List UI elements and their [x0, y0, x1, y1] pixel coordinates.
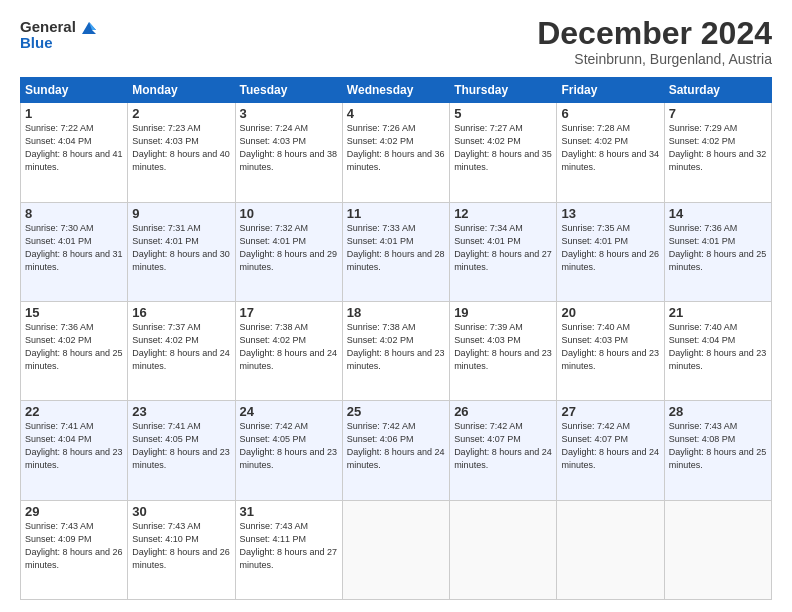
calendar-cell: 20Sunrise: 7:40 AMSunset: 4:03 PMDayligh… [557, 301, 664, 400]
calendar-cell: 4Sunrise: 7:26 AMSunset: 4:02 PMDaylight… [342, 103, 449, 202]
cell-day-number: 12 [454, 206, 552, 221]
calendar-cell: 25Sunrise: 7:42 AMSunset: 4:06 PMDayligh… [342, 401, 449, 500]
calendar-cell: 15Sunrise: 7:36 AMSunset: 4:02 PMDayligh… [21, 301, 128, 400]
cell-info: Sunrise: 7:24 AMSunset: 4:03 PMDaylight:… [240, 122, 338, 174]
cell-info: Sunrise: 7:36 AMSunset: 4:01 PMDaylight:… [669, 222, 767, 274]
cell-day-number: 15 [25, 305, 123, 320]
calendar-cell: 3Sunrise: 7:24 AMSunset: 4:03 PMDaylight… [235, 103, 342, 202]
logo-icon [78, 16, 100, 38]
calendar-cell: 29Sunrise: 7:43 AMSunset: 4:09 PMDayligh… [21, 500, 128, 599]
cell-day-number: 9 [132, 206, 230, 221]
logo-blue: Blue [20, 34, 53, 52]
calendar-cell: 17Sunrise: 7:38 AMSunset: 4:02 PMDayligh… [235, 301, 342, 400]
cell-info: Sunrise: 7:39 AMSunset: 4:03 PMDaylight:… [454, 321, 552, 373]
cell-info: Sunrise: 7:29 AMSunset: 4:02 PMDaylight:… [669, 122, 767, 174]
cell-info: Sunrise: 7:28 AMSunset: 4:02 PMDaylight:… [561, 122, 659, 174]
page: General Blue December 2024 Steinbrunn, B… [0, 0, 792, 612]
col-header-wednesday: Wednesday [342, 78, 449, 103]
col-header-thursday: Thursday [450, 78, 557, 103]
col-header-friday: Friday [557, 78, 664, 103]
calendar-cell: 21Sunrise: 7:40 AMSunset: 4:04 PMDayligh… [664, 301, 771, 400]
calendar-cell [664, 500, 771, 599]
cell-info: Sunrise: 7:43 AMSunset: 4:10 PMDaylight:… [132, 520, 230, 572]
cell-info: Sunrise: 7:27 AMSunset: 4:02 PMDaylight:… [454, 122, 552, 174]
cell-info: Sunrise: 7:40 AMSunset: 4:03 PMDaylight:… [561, 321, 659, 373]
cell-day-number: 21 [669, 305, 767, 320]
cell-info: Sunrise: 7:38 AMSunset: 4:02 PMDaylight:… [240, 321, 338, 373]
calendar-cell: 28Sunrise: 7:43 AMSunset: 4:08 PMDayligh… [664, 401, 771, 500]
calendar-cell: 19Sunrise: 7:39 AMSunset: 4:03 PMDayligh… [450, 301, 557, 400]
col-header-monday: Monday [128, 78, 235, 103]
cell-day-number: 27 [561, 404, 659, 419]
cell-day-number: 3 [240, 106, 338, 121]
cell-info: Sunrise: 7:34 AMSunset: 4:01 PMDaylight:… [454, 222, 552, 274]
calendar-cell: 10Sunrise: 7:32 AMSunset: 4:01 PMDayligh… [235, 202, 342, 301]
calendar-cell: 18Sunrise: 7:38 AMSunset: 4:02 PMDayligh… [342, 301, 449, 400]
logo: General Blue [20, 16, 100, 52]
cell-info: Sunrise: 7:22 AMSunset: 4:04 PMDaylight:… [25, 122, 123, 174]
cell-day-number: 4 [347, 106, 445, 121]
col-header-tuesday: Tuesday [235, 78, 342, 103]
title-block: December 2024 Steinbrunn, Burgenland, Au… [537, 16, 772, 67]
cell-day-number: 26 [454, 404, 552, 419]
cell-info: Sunrise: 7:26 AMSunset: 4:02 PMDaylight:… [347, 122, 445, 174]
cell-info: Sunrise: 7:37 AMSunset: 4:02 PMDaylight:… [132, 321, 230, 373]
cell-info: Sunrise: 7:43 AMSunset: 4:11 PMDaylight:… [240, 520, 338, 572]
cell-day-number: 8 [25, 206, 123, 221]
cell-day-number: 14 [669, 206, 767, 221]
calendar-cell [557, 500, 664, 599]
cell-day-number: 19 [454, 305, 552, 320]
cell-day-number: 17 [240, 305, 338, 320]
cell-day-number: 20 [561, 305, 659, 320]
calendar-cell: 27Sunrise: 7:42 AMSunset: 4:07 PMDayligh… [557, 401, 664, 500]
cell-day-number: 18 [347, 305, 445, 320]
calendar-cell: 30Sunrise: 7:43 AMSunset: 4:10 PMDayligh… [128, 500, 235, 599]
calendar-cell: 5Sunrise: 7:27 AMSunset: 4:02 PMDaylight… [450, 103, 557, 202]
cell-day-number: 13 [561, 206, 659, 221]
cell-day-number: 16 [132, 305, 230, 320]
calendar-cell: 24Sunrise: 7:42 AMSunset: 4:05 PMDayligh… [235, 401, 342, 500]
week-row-3: 15Sunrise: 7:36 AMSunset: 4:02 PMDayligh… [21, 301, 772, 400]
cell-info: Sunrise: 7:36 AMSunset: 4:02 PMDaylight:… [25, 321, 123, 373]
cell-info: Sunrise: 7:42 AMSunset: 4:07 PMDaylight:… [561, 420, 659, 472]
location-subtitle: Steinbrunn, Burgenland, Austria [537, 51, 772, 67]
calendar-cell: 22Sunrise: 7:41 AMSunset: 4:04 PMDayligh… [21, 401, 128, 500]
cell-info: Sunrise: 7:42 AMSunset: 4:06 PMDaylight:… [347, 420, 445, 472]
calendar-cell [342, 500, 449, 599]
calendar: SundayMondayTuesdayWednesdayThursdayFrid… [20, 77, 772, 600]
header: General Blue December 2024 Steinbrunn, B… [20, 16, 772, 67]
cell-day-number: 5 [454, 106, 552, 121]
cell-day-number: 24 [240, 404, 338, 419]
calendar-cell: 23Sunrise: 7:41 AMSunset: 4:05 PMDayligh… [128, 401, 235, 500]
cell-day-number: 25 [347, 404, 445, 419]
cell-day-number: 31 [240, 504, 338, 519]
calendar-cell: 14Sunrise: 7:36 AMSunset: 4:01 PMDayligh… [664, 202, 771, 301]
calendar-cell: 31Sunrise: 7:43 AMSunset: 4:11 PMDayligh… [235, 500, 342, 599]
cell-day-number: 10 [240, 206, 338, 221]
cell-day-number: 22 [25, 404, 123, 419]
cell-info: Sunrise: 7:41 AMSunset: 4:05 PMDaylight:… [132, 420, 230, 472]
cell-day-number: 6 [561, 106, 659, 121]
cell-info: Sunrise: 7:41 AMSunset: 4:04 PMDaylight:… [25, 420, 123, 472]
calendar-cell: 16Sunrise: 7:37 AMSunset: 4:02 PMDayligh… [128, 301, 235, 400]
week-row-5: 29Sunrise: 7:43 AMSunset: 4:09 PMDayligh… [21, 500, 772, 599]
cell-day-number: 29 [25, 504, 123, 519]
cell-day-number: 2 [132, 106, 230, 121]
cell-info: Sunrise: 7:42 AMSunset: 4:05 PMDaylight:… [240, 420, 338, 472]
calendar-cell [450, 500, 557, 599]
cell-day-number: 7 [669, 106, 767, 121]
cell-day-number: 28 [669, 404, 767, 419]
cell-info: Sunrise: 7:43 AMSunset: 4:08 PMDaylight:… [669, 420, 767, 472]
cell-info: Sunrise: 7:35 AMSunset: 4:01 PMDaylight:… [561, 222, 659, 274]
calendar-cell: 12Sunrise: 7:34 AMSunset: 4:01 PMDayligh… [450, 202, 557, 301]
cell-info: Sunrise: 7:32 AMSunset: 4:01 PMDaylight:… [240, 222, 338, 274]
week-row-4: 22Sunrise: 7:41 AMSunset: 4:04 PMDayligh… [21, 401, 772, 500]
cell-info: Sunrise: 7:31 AMSunset: 4:01 PMDaylight:… [132, 222, 230, 274]
calendar-cell: 1Sunrise: 7:22 AMSunset: 4:04 PMDaylight… [21, 103, 128, 202]
cell-info: Sunrise: 7:38 AMSunset: 4:02 PMDaylight:… [347, 321, 445, 373]
cell-info: Sunrise: 7:30 AMSunset: 4:01 PMDaylight:… [25, 222, 123, 274]
cell-day-number: 23 [132, 404, 230, 419]
cell-info: Sunrise: 7:42 AMSunset: 4:07 PMDaylight:… [454, 420, 552, 472]
cell-day-number: 30 [132, 504, 230, 519]
cell-info: Sunrise: 7:33 AMSunset: 4:01 PMDaylight:… [347, 222, 445, 274]
